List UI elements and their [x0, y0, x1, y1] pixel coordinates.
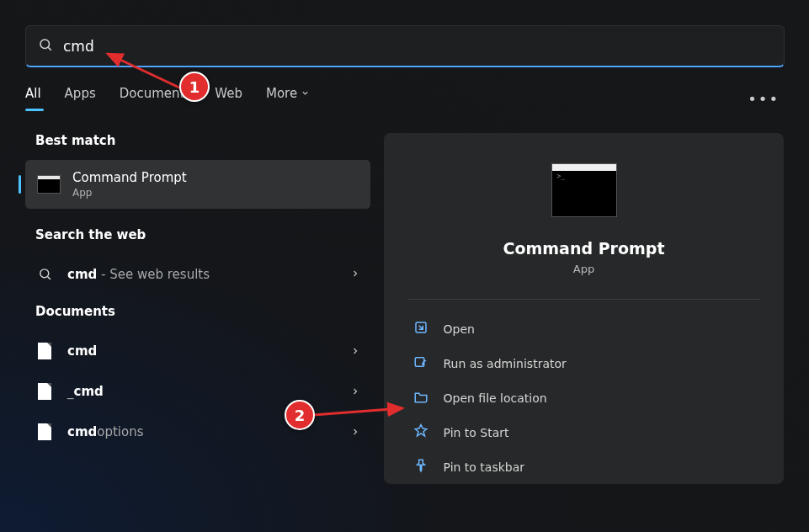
documents-header: Documents	[35, 304, 370, 319]
chevron-right-icon	[350, 384, 360, 400]
document-label: cmd	[67, 343, 337, 359]
svg-point-0	[40, 40, 50, 49]
tab-more[interactable]: More	[266, 86, 310, 111]
preview-title: Command Prompt	[503, 239, 665, 258]
search-icon	[38, 37, 53, 56]
file-icon	[35, 383, 54, 400]
tab-web[interactable]: Web	[215, 86, 242, 111]
tab-apps[interactable]: Apps	[65, 86, 96, 111]
pin-icon	[413, 458, 428, 476]
chevron-down-icon	[301, 86, 310, 101]
preview-subtitle: App	[573, 263, 594, 275]
overflow-menu-icon[interactable]: •••	[748, 90, 785, 108]
web-result-row[interactable]: cmd - See web results	[25, 254, 370, 294]
action-pin-to-taskbar[interactable]: Pin to taskbar	[408, 450, 760, 484]
svg-line-1	[48, 47, 51, 50]
action-label: Run as administrator	[444, 357, 567, 370]
best-match-header: Best match	[35, 133, 370, 148]
folder-icon	[413, 389, 428, 407]
action-label: Pin to taskbar	[444, 460, 525, 474]
action-open[interactable]: Open	[408, 311, 760, 346]
best-match-title: Command Prompt	[72, 170, 187, 185]
pin-icon	[413, 423, 428, 441]
svg-point-2	[40, 269, 48, 278]
annotation-badge-2: 2	[285, 400, 315, 430]
document-row[interactable]: _cmd	[25, 371, 370, 412]
search-input[interactable]	[63, 38, 772, 55]
search-icon	[35, 267, 54, 281]
action-pin-to-start[interactable]: Pin to Start	[408, 415, 760, 450]
command-prompt-icon	[37, 175, 61, 194]
web-result-label: cmd - See web results	[67, 267, 337, 282]
action-open-file-location[interactable]: Open file location	[408, 380, 760, 415]
document-label: _cmd	[67, 384, 337, 399]
file-icon	[35, 423, 54, 440]
chevron-right-icon	[350, 343, 360, 359]
document-row[interactable]: cmd	[25, 331, 370, 371]
file-icon	[35, 343, 54, 359]
document-row[interactable]: cmdoptions	[25, 412, 370, 452]
chevron-right-icon	[350, 266, 360, 282]
admin-shield-icon	[413, 354, 428, 372]
action-label: Open	[444, 322, 475, 336]
action-run-as-administrator[interactable]: Run as administrator	[408, 346, 760, 380]
action-label: Open file location	[444, 391, 547, 405]
action-label: Pin to Start	[444, 426, 509, 439]
open-icon	[413, 320, 428, 338]
preview-panel: Command Prompt App Open	[384, 133, 784, 484]
best-match-subtitle: App	[72, 187, 187, 199]
filter-tabs: All Apps Documents Web More •••	[25, 86, 785, 111]
search-bar[interactable]	[25, 25, 785, 67]
divider	[408, 299, 760, 300]
best-match-result[interactable]: Command Prompt App	[25, 160, 370, 209]
tab-all[interactable]: All	[25, 86, 41, 111]
search-web-header: Search the web	[35, 227, 370, 242]
chevron-right-icon	[350, 424, 360, 440]
svg-line-3	[47, 277, 50, 279]
command-prompt-icon	[551, 163, 617, 217]
annotation-badge-1: 1	[179, 72, 210, 102]
